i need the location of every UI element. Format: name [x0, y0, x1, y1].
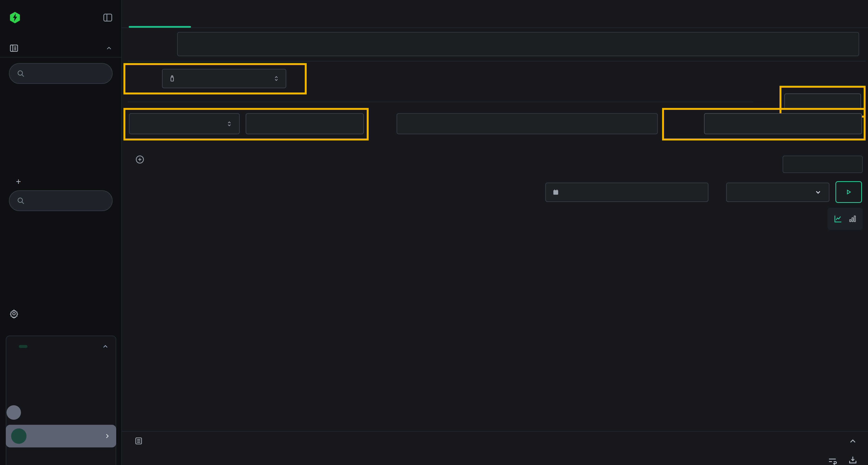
create-dashboard-button[interactable]: + — [0, 174, 122, 189]
search-icon — [17, 69, 25, 77]
sidebar-section-search[interactable] — [0, 41, 122, 56]
active-tab-underline — [129, 26, 191, 28]
sidebar: + — [0, 0, 122, 465]
where-input[interactable] — [397, 113, 658, 134]
chevron-down-icon — [814, 189, 822, 196]
timeseries-chart[interactable] — [145, 208, 866, 403]
granularity-select[interactable] — [726, 182, 830, 202]
team-settings-button[interactable] — [0, 306, 122, 321]
gear-icon — [9, 309, 19, 319]
app-root: + — [0, 0, 868, 465]
saved-dashboards-input[interactable] — [9, 190, 113, 211]
list-icon — [134, 437, 143, 445]
updown-chevron-icon — [273, 75, 280, 82]
brand-row — [0, 9, 122, 26]
calendar-icon — [552, 189, 559, 196]
search-panel-icon — [9, 43, 19, 53]
events-panel-header — [134, 437, 148, 445]
plus-icon: + — [16, 176, 21, 187]
time-range-picker[interactable] — [546, 182, 708, 202]
sidebar-collapse-icon[interactable] — [102, 12, 113, 23]
chart-name-input[interactable] — [177, 32, 859, 56]
help-button[interactable] — [6, 405, 21, 420]
field-expression-input[interactable] — [246, 113, 364, 134]
chevron-up-icon[interactable] — [102, 343, 109, 350]
data-source-select[interactable] — [162, 69, 286, 88]
run-chart-button[interactable] — [835, 181, 862, 203]
alias-input[interactable] — [784, 94, 861, 110]
circle-plus-icon — [135, 155, 145, 164]
series-divider — [128, 102, 753, 102]
play-icon — [845, 188, 853, 196]
chevron-right-icon — [104, 432, 111, 440]
search-icon — [17, 197, 25, 205]
group-by-input[interactable] — [704, 113, 862, 134]
avatar — [11, 428, 27, 444]
add-series-button[interactable] — [135, 155, 149, 164]
saved-searches-input[interactable] — [9, 63, 113, 84]
download-icon[interactable] — [848, 455, 858, 465]
set-number-format-button[interactable] — [783, 156, 863, 173]
panel-divider — [122, 431, 868, 432]
sidebar-divider — [0, 57, 122, 58]
database-icon — [168, 75, 176, 82]
updown-chevron-icon — [226, 120, 233, 128]
section-divider — [128, 61, 866, 61]
chevron-up-icon[interactable] — [105, 44, 113, 52]
hyperdx-logo-icon — [9, 11, 21, 24]
get-started-badge — [19, 345, 28, 348]
aggregation-select[interactable] — [129, 113, 240, 134]
chart-type-tabbar — [122, 0, 868, 28]
user-menu[interactable] — [6, 425, 116, 447]
wrap-lines-icon[interactable] — [828, 456, 838, 465]
collapse-panel-chevron-up-icon[interactable] — [848, 437, 858, 446]
